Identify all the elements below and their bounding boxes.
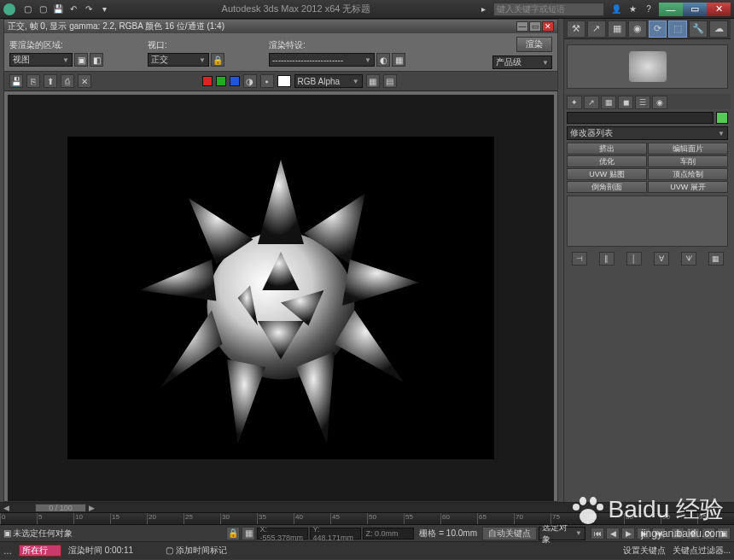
clone-icon[interactable]: ⎘ <box>26 74 40 88</box>
close-button[interactable]: ✕ <box>707 3 731 16</box>
key-filters-button[interactable]: 关键点过滤器... <box>673 545 731 557</box>
viewport-nav-c-icon[interactable]: ⟳ <box>702 528 715 540</box>
keymode-dropdown[interactable]: 选定对象 <box>539 527 585 540</box>
pin-stack-icon[interactable]: ⊣ <box>572 252 587 265</box>
material-thumbnail[interactable] <box>567 44 728 89</box>
extra-tab-b[interactable]: ☁ <box>709 20 728 38</box>
maximize-button[interactable]: ▭ <box>683 3 707 16</box>
show-end-icon[interactable]: ∥ <box>599 252 615 265</box>
modifier-stack[interactable] <box>567 195 728 247</box>
unique-icon[interactable]: │ <box>626 252 642 265</box>
next-frame-icon[interactable]: ▶ <box>637 528 650 540</box>
sets-icon[interactable]: ▦ <box>708 252 724 265</box>
object-name-input[interactable] <box>567 112 714 124</box>
render-close-button[interactable]: ✕ <box>542 21 554 32</box>
open-icon[interactable]: ▢ <box>36 3 50 15</box>
red-channel-toggle[interactable] <box>202 76 213 86</box>
motion-tab[interactable]: ◉ <box>628 20 647 38</box>
remove-mod-icon[interactable]: ∀ <box>654 252 669 265</box>
expand-icon[interactable]: ▣ <box>3 528 11 538</box>
render-window-titlebar[interactable]: 正交, 帧 0, 显示 gamma: 2.2, RGBA 颜色 16 位/通道 … <box>4 20 557 33</box>
sub-e-icon[interactable]: ☰ <box>635 96 650 109</box>
render-button[interactable]: 渲染 <box>516 37 552 52</box>
help-search-input[interactable]: 键入关键字或短语 <box>493 3 604 16</box>
render-minimize-button[interactable]: — <box>516 21 528 32</box>
sub-a-icon[interactable]: ✦ <box>567 96 582 109</box>
new-icon[interactable]: ▢ <box>20 3 34 15</box>
color-swatch[interactable] <box>277 75 291 87</box>
modifier-list-dropdown[interactable]: 修改器列表 <box>567 126 728 140</box>
infocenter-flag-icon[interactable]: ▸ <box>481 4 493 14</box>
slider-arrow-right-icon[interactable]: ▶ <box>89 504 95 512</box>
selection-filter-dropdown[interactable]: 所在行 <box>19 545 61 557</box>
sub-f-icon[interactable]: ◉ <box>652 96 667 109</box>
coord-y-input[interactable]: Y: 448.171mm <box>310 528 361 540</box>
render-maximize-button[interactable]: ▭ <box>529 21 541 32</box>
copy-icon[interactable]: ⬆ <box>44 74 57 88</box>
extra-tab-a[interactable]: 🔧 <box>689 20 708 38</box>
region-dropdown[interactable]: 视图 <box>9 53 73 67</box>
lock-selection-icon[interactable]: 🔒 <box>226 527 240 540</box>
absolute-mode-icon[interactable]: ▦ <box>242 527 255 540</box>
coord-x-input[interactable]: X: -555.378mm <box>257 528 308 540</box>
time-ruler[interactable]: 0510152025303540455055606570758085909510… <box>0 513 734 525</box>
slider-arrow-left-icon[interactable]: ◀ <box>3 504 9 512</box>
add-timetag[interactable]: ▢ 添加时间标记 <box>166 545 227 557</box>
modify-tab[interactable]: ↗ <box>587 20 606 38</box>
save-icon[interactable]: 💾 <box>51 3 65 15</box>
lock-icon[interactable]: 🔒 <box>211 53 224 67</box>
region-crop-icon[interactable]: ◧ <box>90 53 103 67</box>
goto-end-icon[interactable]: ⏭ <box>652 528 666 540</box>
mono-toggle-icon[interactable]: ▪ <box>260 74 274 88</box>
production-dropdown[interactable]: 产品级 <box>492 55 552 69</box>
more-icon[interactable]: ▾ <box>97 3 111 15</box>
play-icon[interactable]: ▶ <box>621 528 635 540</box>
preset-dropdown[interactable]: ------------------------- <box>269 53 375 67</box>
overlay-b-icon[interactable]: ▤ <box>383 74 397 88</box>
time-slider[interactable]: ◀ 0 / 100 ▶ <box>0 503 734 513</box>
configure-icon[interactable]: ᗐ <box>681 252 696 265</box>
sub-b-icon[interactable]: ↗ <box>584 96 599 109</box>
render-viewport[interactable] <box>8 95 554 501</box>
app-logo-icon[interactable] <box>3 3 15 15</box>
settings-icon[interactable]: ◐ <box>376 53 390 67</box>
help-icon[interactable]: ? <box>642 3 655 15</box>
region-edit-icon[interactable]: ▣ <box>74 53 88 67</box>
goto-start-icon[interactable]: ⏮ <box>591 528 604 540</box>
hierarchy-tab[interactable]: ▦ <box>608 20 626 38</box>
green-channel-toggle[interactable] <box>216 76 226 86</box>
channel-dropdown[interactable]: RGB Alpha <box>294 74 363 88</box>
mod-optimize-button[interactable]: 优化 <box>567 155 647 167</box>
redo-icon[interactable]: ↷ <box>82 3 96 15</box>
save-image-icon[interactable]: 💾 <box>9 74 23 88</box>
signin-icon[interactable]: 👤 <box>609 3 623 15</box>
undo-icon[interactable]: ↶ <box>67 3 80 15</box>
setkey-button[interactable]: 设置关键点 <box>623 545 666 557</box>
create-tab[interactable]: ⚒ <box>567 20 585 38</box>
sub-c-icon[interactable]: ▦ <box>601 96 616 109</box>
coord-z-input[interactable]: Z: 0.0mm <box>363 528 414 540</box>
clear-icon[interactable]: ✕ <box>78 74 91 88</box>
object-color-swatch[interactable] <box>716 112 728 124</box>
blue-channel-toggle[interactable] <box>230 76 240 86</box>
autokey-button[interactable]: 自动关键点 <box>482 527 537 540</box>
sub-d-icon[interactable]: ◼ <box>618 96 633 109</box>
viewport-nav-b-icon[interactable]: ✥ <box>686 528 700 540</box>
display-tab[interactable]: ⟳ <box>649 20 667 38</box>
print-icon[interactable]: ⎙ <box>61 74 74 88</box>
mod-lathe-button[interactable]: 车削 <box>648 155 728 167</box>
star-icon[interactable]: ★ <box>626 3 639 15</box>
maxscript-icon[interactable]: … <box>3 546 12 556</box>
mod-editpatch-button[interactable]: 编辑面片 <box>648 143 728 155</box>
mod-bevelprofile-button[interactable]: 倒角剖面 <box>567 181 647 193</box>
mod-extrude-button[interactable]: 挤出 <box>567 143 647 155</box>
prev-frame-icon[interactable]: ◀ <box>606 528 620 540</box>
alpha-toggle-icon[interactable]: ◑ <box>243 74 257 88</box>
minimize-button[interactable]: — <box>659 3 683 16</box>
mod-unwrap-button[interactable]: UVW 展开 <box>648 181 728 193</box>
mod-uvwmap-button[interactable]: UVW 贴图 <box>567 168 647 180</box>
time-slider-knob[interactable]: 0 / 100 <box>35 504 86 512</box>
viewport-nav-a-icon[interactable]: ⊞ <box>671 528 684 540</box>
mod-vertexpaint-button[interactable]: 顶点绘制 <box>648 168 728 180</box>
utilities-tab[interactable]: ⬚ <box>668 20 687 38</box>
